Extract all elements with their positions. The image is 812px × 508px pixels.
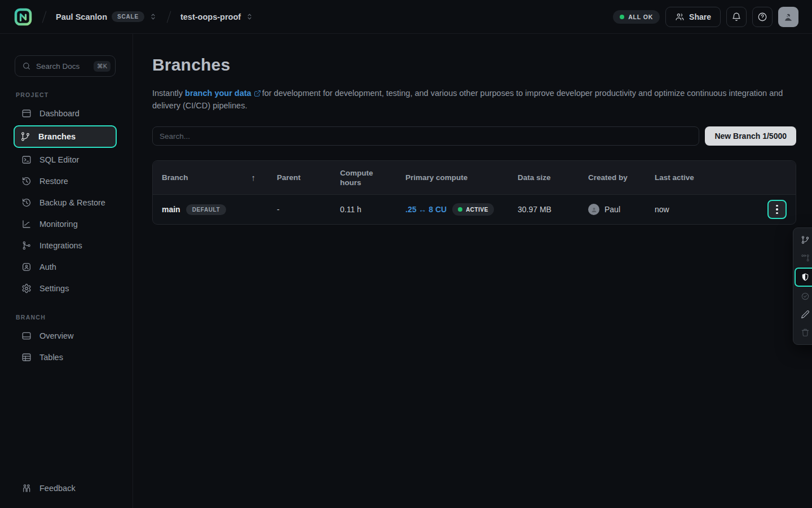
sidebar-item-monitoring[interactable]: Monitoring (15, 213, 116, 235)
menu-item-set-as-protected[interactable]: Set as protected (795, 268, 812, 287)
chart-icon (21, 219, 32, 229)
status-ok-dot-icon (620, 15, 624, 19)
table-header-row: Branch ↑ Parent Compute hours Primary co… (153, 161, 796, 195)
org-selector-chevron-icon[interactable] (149, 12, 157, 21)
share-button[interactable]: Share (665, 7, 721, 27)
status-label: ALL OK (628, 14, 653, 20)
last-active-cell: now (655, 205, 728, 214)
sidebar-item-backup-restore[interactable]: Backup & Restore (15, 192, 116, 213)
breadcrumb-divider (42, 11, 47, 23)
sidebar: Search Docs ⌘K PROJECT Dashboard Branche… (0, 34, 133, 508)
sidebar-item-label: Feedback (39, 484, 76, 493)
active-dot-icon (458, 207, 462, 212)
sidebar-item-sql-editor[interactable]: SQL Editor (15, 149, 116, 170)
sidebar-item-settings[interactable]: Settings (15, 278, 116, 299)
sidebar-item-label: Monitoring (39, 220, 78, 229)
branches-table: Branch ↑ Parent Compute hours Primary co… (152, 160, 796, 225)
trash-icon (801, 328, 810, 337)
integrations-icon (21, 240, 32, 251)
sidebar-item-label: Integrations (39, 241, 82, 250)
branch-name[interactable]: main (162, 205, 180, 214)
avatar[interactable] (778, 7, 798, 27)
status-badge[interactable]: ALL OK (613, 10, 660, 24)
sidebar-item-integrations[interactable]: Integrations (15, 235, 116, 256)
neon-logo-icon[interactable] (14, 7, 33, 27)
column-header-data-size[interactable]: Data size (518, 173, 588, 182)
search-docs-placeholder: Search Docs (36, 62, 89, 71)
project-name: test-oops-proof (180, 12, 241, 21)
plan-badge: SCALE (112, 11, 144, 22)
kebab-menu-icon (776, 205, 778, 214)
question-icon (757, 12, 767, 22)
compute-hours-cell: 0.11 h (340, 205, 405, 214)
share-label: Share (689, 12, 711, 21)
sidebar-item-label: Restore (39, 177, 68, 186)
menu-item-reset-from-parent[interactable]: Reset from parent (796, 249, 812, 267)
notifications-button[interactable] (726, 7, 747, 27)
sidebar-item-label: SQL Editor (39, 155, 79, 164)
sidebar-item-label: Tables (39, 353, 63, 362)
search-icon (22, 62, 31, 71)
sidebar-item-label: Branches (38, 132, 76, 141)
sidebar-item-label: Overview (39, 331, 73, 340)
external-link-icon (254, 90, 261, 97)
project-selector-chevron-icon[interactable] (245, 12, 254, 21)
sidebar-item-overview[interactable]: Overview (15, 325, 116, 347)
backup-clock-icon (21, 198, 32, 208)
sidebar-item-branches[interactable]: Branches (14, 125, 117, 148)
default-badge: DEFAULT (186, 204, 227, 215)
sidebar-item-dashboard[interactable]: Dashboard (15, 103, 116, 124)
page-title: Branches (152, 55, 796, 75)
sidebar-item-label: Dashboard (39, 109, 80, 118)
sidebar-item-tables[interactable]: Tables (15, 347, 116, 368)
menu-item-set-as-default[interactable]: Set as default (796, 287, 812, 305)
parent-cell: - (277, 205, 340, 214)
column-header-primary-compute[interactable]: Primary compute (405, 173, 518, 182)
bell-icon (731, 12, 742, 22)
branch-search-input[interactable] (152, 126, 699, 146)
creator-name: Paul (604, 205, 620, 214)
table-icon (21, 352, 32, 362)
column-header-last-active[interactable]: Last active (655, 173, 728, 182)
row-actions-button[interactable] (767, 200, 787, 219)
shield-icon (801, 273, 810, 282)
column-header-compute-hours[interactable]: Compute hours (340, 168, 405, 187)
breadcrumb-divider (167, 11, 171, 23)
sidebar-item-auth[interactable]: Auth (15, 256, 116, 278)
badge-check-icon (801, 292, 810, 301)
menu-item-create-child-branch[interactable]: Create child branch (796, 231, 812, 249)
breadcrumb-project[interactable]: test-oops-proof (180, 12, 254, 21)
terminal-icon (21, 155, 32, 165)
sidebar-item-label: Auth (39, 262, 56, 271)
new-branch-button[interactable]: New Branch 1/5000 (705, 126, 796, 146)
search-docs-input[interactable]: Search Docs ⌘K (15, 55, 116, 77)
description-prefix: Instantly (152, 89, 185, 98)
dashboard-icon (21, 108, 32, 119)
column-header-branch[interactable]: Branch ↑ (162, 173, 277, 182)
sidebar-item-restore[interactable]: Restore (15, 170, 116, 192)
branch-actions-menu: Create child branch Reset from parent (793, 227, 812, 345)
sidebar-item-label: Backup & Restore (39, 198, 105, 207)
compute-units-link[interactable]: .25 ↔ 8 CU (405, 205, 447, 214)
link-label: branch your data (185, 89, 251, 98)
help-button[interactable] (752, 7, 773, 27)
branch-your-data-link[interactable]: branch your data (185, 89, 262, 98)
anonymous-user-icon (783, 11, 794, 23)
main-content: Branches Instantly branch your datafor d… (133, 34, 812, 508)
menu-item-delete[interactable]: Delete (796, 323, 812, 341)
page-description: Instantly branch your datafor developmen… (152, 87, 784, 112)
breadcrumb-org[interactable]: Paul Scanlon SCALE (56, 11, 157, 22)
sort-asc-icon[interactable]: ↑ (251, 173, 256, 182)
table-row[interactable]: main DEFAULT - 0.11 h .25 ↔ 8 CU ACTIVE … (153, 195, 796, 224)
creator-avatar (588, 204, 599, 215)
sidebar-item-feedback[interactable]: Feedback (15, 478, 116, 499)
column-header-parent[interactable]: Parent (277, 173, 340, 182)
users-icon (675, 12, 685, 21)
reset-icon (801, 253, 810, 262)
overview-icon (21, 331, 32, 341)
org-name: Paul Scanlon (56, 12, 107, 21)
topbar: Paul Scanlon SCALE test-oops-proof ALL O… (0, 0, 812, 34)
column-header-created-by[interactable]: Created by (588, 173, 655, 182)
branch-cell: main DEFAULT (162, 204, 277, 215)
menu-item-rename[interactable]: Rename (796, 305, 812, 323)
